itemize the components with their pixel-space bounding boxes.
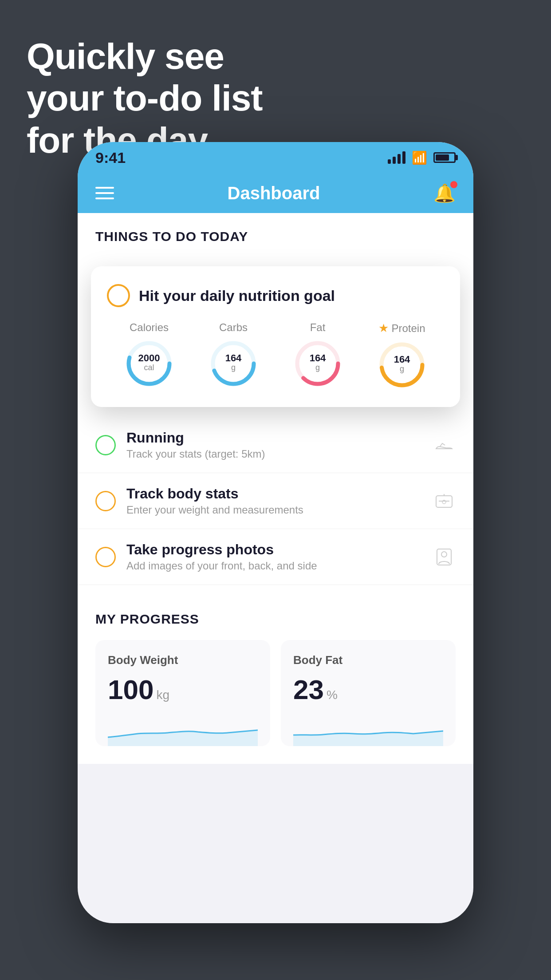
carbs-item: Carbs 164 g xyxy=(209,321,258,388)
fat-ring: 164 g xyxy=(293,339,342,388)
nutrition-circle-check[interactable] xyxy=(107,284,130,307)
svg-text:g: g xyxy=(315,363,320,372)
shoe-icon xyxy=(433,434,456,457)
progress-section: MY PROGRESS Body Weight 100kg xyxy=(78,594,473,764)
body-stats-text: Track body stats Enter your weight and m… xyxy=(126,486,422,516)
nav-title: Dashboard xyxy=(228,183,320,203)
nutrition-card: Hit your daily nutrition goal Calories 2… xyxy=(91,266,460,407)
running-text: Running Track your stats (target: 5km) xyxy=(126,430,422,460)
body-fat-title: Body Fat xyxy=(293,653,443,667)
protein-item: ★ Protein 164 g xyxy=(378,321,426,389)
body-weight-title: Body Weight xyxy=(108,653,258,667)
body-weight-unit: kg xyxy=(156,688,169,702)
svg-text:cal: cal xyxy=(144,363,154,372)
signal-bars-icon xyxy=(388,151,405,164)
body-fat-unit: % xyxy=(327,688,338,702)
body-fat-card: Body Fat 23% xyxy=(281,640,456,746)
nutrition-circles: Calories 2000 cal Carbs 164 g xyxy=(107,321,444,389)
nav-bar: Dashboard 🔔 xyxy=(78,173,473,213)
notification-dot xyxy=(450,181,457,188)
body-weight-chart xyxy=(108,711,258,746)
status-time: 9:41 xyxy=(95,149,126,166)
scale-icon xyxy=(433,490,456,513)
progress-photos-text: Take progress photos Add images of your … xyxy=(126,541,422,572)
todo-item-running[interactable]: Running Track your stats (target: 5km) xyxy=(78,417,473,473)
calories-ring: 2000 cal xyxy=(125,339,173,388)
fat-item: Fat 164 g xyxy=(293,321,342,388)
person-icon xyxy=(433,545,456,569)
progress-photos-subtitle: Add images of your front, back, and side xyxy=(126,560,422,572)
progress-photos-circle-check xyxy=(95,547,116,567)
running-title: Running xyxy=(126,430,422,446)
svg-text:164: 164 xyxy=(310,352,326,364)
things-to-do-header: THINGS TO DO TODAY xyxy=(78,213,473,253)
todo-item-body-stats[interactable]: Track body stats Enter your weight and m… xyxy=(78,473,473,529)
wifi-icon: 📶 xyxy=(412,150,427,165)
carbs-ring: 164 g xyxy=(209,339,258,388)
calories-item: Calories 2000 cal xyxy=(125,321,173,388)
svg-text:164: 164 xyxy=(394,354,410,365)
body-fat-value: 23% xyxy=(293,676,443,703)
svg-text:g: g xyxy=(231,363,236,372)
svg-text:2000: 2000 xyxy=(138,352,160,364)
carbs-label: Carbs xyxy=(219,321,248,334)
hamburger-menu-button[interactable] xyxy=(95,187,114,199)
phone-frame: 9:41 📶 Dashboard 🔔 THINGS TO DO TODAY xyxy=(78,142,473,923)
todo-list: Running Track your stats (target: 5km) T… xyxy=(78,417,473,585)
nutrition-card-title: Hit your daily nutrition goal xyxy=(139,287,335,304)
progress-cards: Body Weight 100kg Body Fat xyxy=(95,640,456,746)
body-fat-chart xyxy=(293,711,443,746)
calories-label: Calories xyxy=(130,321,169,334)
battery-icon xyxy=(433,152,456,163)
svg-text:g: g xyxy=(400,364,404,373)
body-stats-subtitle: Enter your weight and measurements xyxy=(126,504,422,516)
running-circle-check xyxy=(95,435,116,455)
headline-line1: Quickly see xyxy=(27,36,224,76)
star-icon: ★ xyxy=(378,321,389,335)
status-bar: 9:41 📶 xyxy=(78,142,473,173)
body-weight-value: 100kg xyxy=(108,676,258,703)
card-title-row: Hit your daily nutrition goal xyxy=(107,284,444,307)
progress-header: MY PROGRESS xyxy=(95,612,456,627)
headline-line2: your to-do list xyxy=(27,78,263,118)
running-subtitle: Track your stats (target: 5km) xyxy=(126,448,422,460)
protein-label: ★ Protein xyxy=(378,321,425,335)
svg-text:164: 164 xyxy=(225,352,242,364)
fat-label: Fat xyxy=(310,321,326,334)
svg-point-19 xyxy=(441,552,447,557)
body-stats-title: Track body stats xyxy=(126,486,422,502)
protein-ring: 164 g xyxy=(378,340,426,389)
todo-item-progress-photos[interactable]: Take progress photos Add images of your … xyxy=(78,529,473,585)
body-weight-card: Body Weight 100kg xyxy=(95,640,270,746)
main-content: THINGS TO DO TODAY Hit your daily nutrit… xyxy=(78,213,473,764)
progress-photos-title: Take progress photos xyxy=(126,541,422,558)
bell-icon[interactable]: 🔔 xyxy=(433,183,456,204)
status-icons: 📶 xyxy=(388,150,456,165)
body-stats-circle-check xyxy=(95,491,116,511)
